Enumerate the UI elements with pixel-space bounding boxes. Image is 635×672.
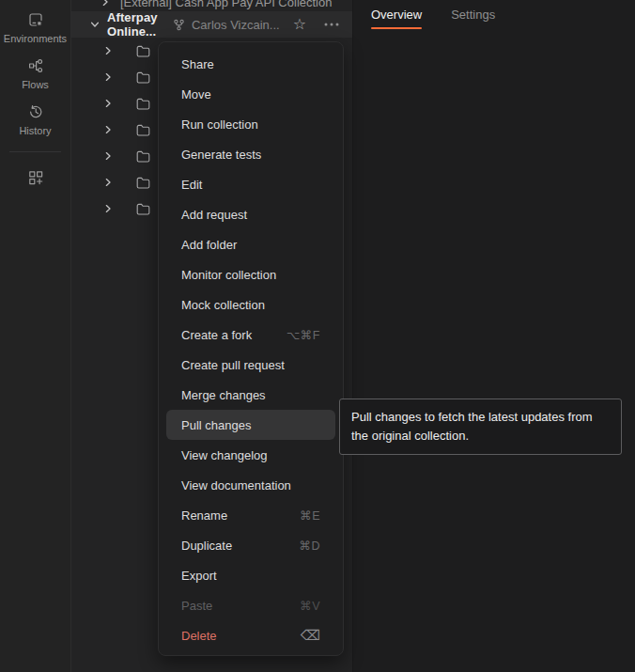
folder-icon [136, 71, 150, 84]
menu-item-export[interactable]: Export [159, 560, 343, 590]
menu-item-shortcut: ⌘D [299, 539, 320, 553]
menu-item-label: View changelog [181, 448, 268, 462]
pull-changes-tooltip: Pull changes to fetch the latest updates… [339, 399, 622, 455]
menu-item-label: Delete [181, 629, 217, 643]
menu-item-delete[interactable]: Delete⌫ [159, 620, 343, 650]
tab-bar: OverviewSettings [354, 0, 635, 29]
chevron-right-icon [102, 98, 114, 109]
menu-item-label: Export [181, 569, 217, 583]
menu-item-label: Mock collection [181, 298, 265, 312]
main-panel: OverviewSettings [354, 0, 635, 672]
menu-item-view-documentation[interactable]: View documentation [159, 470, 343, 500]
collection-context-menu: ShareMoveRun collectionGenerate testsEdi… [158, 41, 344, 656]
menu-item-label: Generate tests [181, 148, 261, 162]
star-icon[interactable]: ☆ [293, 17, 306, 32]
menu-item-edit[interactable]: Edit [159, 169, 343, 199]
collection-row-afterpay[interactable]: Afterpay Online... Carlos Vizcain... ☆ [71, 11, 352, 38]
menu-item-duplicate[interactable]: Duplicate⌘D [159, 530, 343, 560]
menu-item-label: Run collection [181, 117, 258, 132]
sidebar-item-label: Flows [22, 79, 49, 90]
environments-icon [27, 11, 44, 28]
more-dots-icon[interactable] [324, 23, 339, 26]
app-window: EnvironmentsFlowsHistory [External] Cash… [0, 0, 635, 672]
menu-item-label: Pull changes [181, 418, 251, 432]
chevron-right-icon [102, 177, 114, 188]
sidebar-nav: EnvironmentsFlowsHistory [0, 0, 70, 136]
menu-item-create-pull-request[interactable]: Create pull request [159, 350, 343, 380]
folder-icon [136, 177, 150, 189]
flows-icon [27, 57, 44, 74]
fork-icon [173, 19, 185, 31]
menu-item-label: Edit [181, 178, 202, 192]
folder-icon [136, 98, 150, 110]
menu-item-move[interactable]: Move [159, 79, 343, 109]
menu-item-shortcut: ⌘E [300, 508, 320, 523]
sidebar-item-history[interactable]: History [0, 90, 70, 136]
menu-item-run-collection[interactable]: Run collection [159, 109, 343, 139]
left-icon-strip: EnvironmentsFlowsHistory [0, 0, 71, 672]
chevron-right-icon [102, 203, 114, 214]
menu-item-pull-changes[interactable]: Pull changes [166, 410, 335, 440]
chevron-right-icon [102, 71, 114, 83]
menu-item-add-folder[interactable]: Add folder [159, 229, 343, 259]
folder-icon [136, 45, 150, 57]
menu-item-create-a-fork[interactable]: Create a fork⌥⌘F [159, 320, 343, 350]
chevron-right-icon [100, 0, 111, 8]
menu-item-shortcut: ⌥⌘F [287, 328, 320, 342]
chevron-right-icon [102, 45, 114, 56]
folder-icon [136, 124, 150, 136]
menu-item-label: Monitor collection [181, 268, 276, 282]
menu-item-label: View documentation [181, 478, 291, 492]
chevron-down-icon [89, 19, 101, 30]
folder-icon [136, 150, 150, 163]
menu-item-rename[interactable]: Rename⌘E [159, 500, 343, 530]
sidebar-item-flows[interactable]: Flows [0, 44, 70, 90]
menu-item-label: Duplicate [181, 539, 232, 553]
menu-item-share[interactable]: Share [159, 49, 343, 79]
menu-item-label: Create pull request [181, 358, 285, 372]
chevron-right-icon [102, 150, 114, 162]
backspace-icon: ⌫ [301, 627, 320, 644]
menu-item-label: Create a fork [181, 328, 252, 342]
collection-name: Afterpay Online... [107, 10, 166, 39]
collection-owner: Carlos Vizcain... [192, 18, 280, 32]
tab-overview[interactable]: Overview [371, 8, 422, 29]
sidebar-item-label: Environments [4, 33, 67, 44]
menu-item-paste: Paste⌘V [159, 590, 343, 620]
menu-item-merge-changes[interactable]: Merge changes [159, 380, 343, 410]
menu-item-label: Move [181, 87, 211, 102]
collection-name: [External] Cash App Pay API Collection [120, 0, 332, 9]
history-icon [27, 103, 44, 120]
menu-item-generate-tests[interactable]: Generate tests [159, 139, 343, 169]
menu-item-mock-collection[interactable]: Mock collection [159, 289, 343, 320]
menu-item-label: Rename [181, 508, 227, 523]
folder-icon [136, 203, 150, 215]
menu-item-label: Add folder [181, 238, 237, 252]
menu-item-add-request[interactable]: Add request [159, 199, 343, 229]
menu-item-view-changelog[interactable]: View changelog [159, 440, 343, 470]
menu-item-label: Merge changes [181, 388, 266, 402]
menu-item-monitor-collection[interactable]: Monitor collection [159, 259, 343, 289]
chevron-right-icon [102, 124, 114, 135]
tab-settings[interactable]: Settings [451, 8, 495, 29]
menu-item-label: Paste [181, 599, 212, 613]
menu-item-label: Share [181, 57, 214, 71]
menu-item-shortcut: ⌘V [300, 599, 320, 613]
sidebar-item-label: History [19, 125, 51, 136]
menu-item-label: Add request [181, 208, 247, 222]
sidebar-item-environments[interactable]: Environments [0, 0, 70, 44]
grid-add-icon[interactable] [0, 152, 70, 186]
